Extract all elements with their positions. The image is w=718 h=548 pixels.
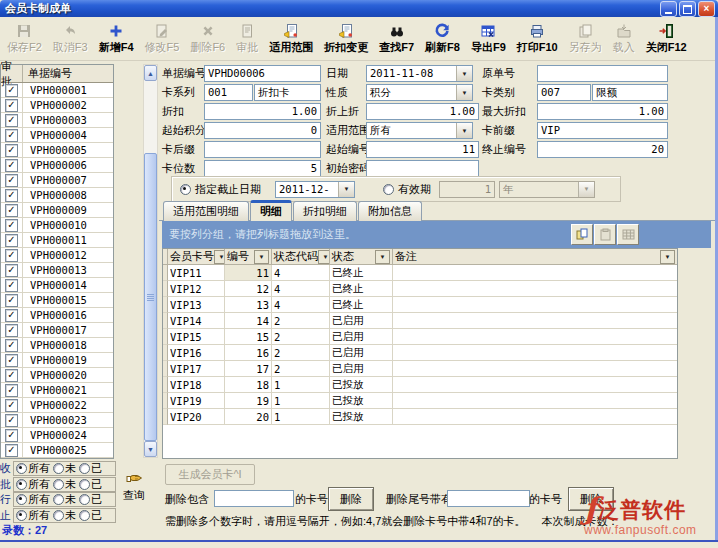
card-digits-field[interactable]: 5: [204, 160, 321, 177]
cell-status-code[interactable]: 4: [272, 281, 330, 297]
approve-checkbox[interactable]: ✓: [5, 204, 18, 217]
document-list-item[interactable]: ✓ VPH000023: [1, 413, 113, 428]
filter-done-radio[interactable]: [79, 494, 90, 505]
cell-card-no[interactable]: VIP14: [168, 313, 225, 329]
nature-combo[interactable]: 积分▼: [366, 84, 473, 101]
filter-dropdown-icon[interactable]: ▼: [214, 250, 225, 264]
grid-row[interactable]: VIP14 14 2 已启用: [163, 313, 677, 329]
cell-card-no[interactable]: VIP13: [168, 297, 225, 313]
document-list-item[interactable]: ✓ VPH000008: [1, 188, 113, 203]
approve-checkbox[interactable]: ✓: [5, 309, 18, 322]
end-no-field[interactable]: 20: [537, 141, 668, 158]
cell-status[interactable]: 已投放: [330, 393, 393, 409]
approve-checkbox[interactable]: ✓: [5, 99, 18, 112]
approve-checkbox[interactable]: ✓: [5, 174, 18, 187]
approve-checkbox[interactable]: ✓: [5, 414, 18, 427]
col-header-remark[interactable]: 备注▼: [393, 249, 677, 265]
document-list-item[interactable]: ✓ VPH000004: [1, 128, 113, 143]
cell-status[interactable]: 已启用: [330, 361, 393, 377]
approve-checkbox[interactable]: ✓: [5, 369, 18, 382]
cell-remark[interactable]: [393, 329, 677, 345]
toolbar-find-button[interactable]: 查找F7: [374, 20, 419, 56]
approve-checkbox[interactable]: ✓: [5, 429, 18, 442]
card-series-name-field[interactable]: 折扣卡: [254, 84, 321, 101]
grid-row[interactable]: VIP16 16 2 已启用: [163, 345, 677, 361]
document-list-item[interactable]: ✓ VPH000015: [1, 293, 113, 308]
scrollbar-thumb[interactable]: [144, 153, 157, 441]
tab-discount-detail[interactable]: 折扣明细: [293, 201, 357, 221]
cell-remark[interactable]: [393, 393, 677, 409]
toolbar-export-button[interactable]: 导出F9: [466, 20, 511, 56]
orig-no-field[interactable]: [537, 65, 668, 82]
document-list-item[interactable]: ✓ VPH000012: [1, 248, 113, 263]
document-list-item[interactable]: ✓ VPH000010: [1, 218, 113, 233]
cell-no[interactable]: 17: [225, 361, 272, 377]
cell-status-code[interactable]: 4: [272, 265, 330, 281]
cell-remark[interactable]: [393, 313, 677, 329]
toolbar-scope-button[interactable]: 适用范围: [264, 20, 318, 56]
card-prefix-field[interactable]: VIP: [537, 122, 668, 139]
document-list-item[interactable]: ✓ VPH000011: [1, 233, 113, 248]
cell-no[interactable]: 13: [225, 297, 272, 313]
cell-status[interactable]: 已启用: [330, 329, 393, 345]
cell-remark[interactable]: [393, 265, 677, 281]
approve-checkbox[interactable]: ✓: [5, 144, 18, 157]
doc-no-field[interactable]: VPHD00006: [204, 65, 321, 82]
scroll-up-icon[interactable]: ▲: [144, 65, 157, 81]
cell-status[interactable]: 已启用: [330, 313, 393, 329]
col-header-no[interactable]: 编号▼: [225, 249, 272, 265]
filter-not-radio[interactable]: [53, 479, 64, 490]
cell-card-no[interactable]: VIP17: [168, 361, 225, 377]
approve-checkbox[interactable]: ✓: [5, 444, 18, 457]
grid-row[interactable]: VIP19 19 1 已投放: [163, 393, 677, 409]
approve-checkbox[interactable]: ✓: [5, 384, 18, 397]
document-list-scrollbar[interactable]: ▲ ▼: [143, 64, 158, 458]
filter-not-radio[interactable]: [53, 510, 64, 521]
tab-extra-info[interactable]: 附加信息: [358, 201, 422, 221]
filter-done-radio[interactable]: [79, 479, 90, 490]
date-combo[interactable]: 2011-11-08▼: [366, 65, 473, 82]
cell-no[interactable]: 16: [225, 345, 272, 361]
toolbar-close-button[interactable]: 关闭F12: [641, 20, 692, 56]
approve-checkbox[interactable]: ✓: [5, 264, 18, 277]
document-list-item[interactable]: ✓ VPH000021: [1, 383, 113, 398]
approve-checkbox[interactable]: ✓: [5, 84, 18, 97]
filter-all-radio[interactable]: [16, 510, 27, 521]
approve-checkbox[interactable]: ✓: [5, 159, 18, 172]
cell-card-no[interactable]: VIP12: [168, 281, 225, 297]
copy-button[interactable]: [571, 224, 593, 245]
col-header-status-code[interactable]: 状态代码▼: [272, 249, 330, 265]
doc-no-column-header[interactable]: 单据编号: [23, 65, 113, 82]
cell-status-code[interactable]: 4: [272, 297, 330, 313]
cell-no[interactable]: 12: [225, 281, 272, 297]
approve-checkbox[interactable]: ✓: [5, 249, 18, 262]
approve-checkbox[interactable]: ✓: [5, 399, 18, 412]
approve-column-header[interactable]: 审批: [1, 65, 23, 82]
cell-status[interactable]: 已投放: [330, 377, 393, 393]
document-list-item[interactable]: ✓ VPH000006: [1, 158, 113, 173]
cell-status[interactable]: 已终止: [330, 297, 393, 313]
filter-all-radio[interactable]: [16, 479, 27, 490]
tab-scope-detail[interactable]: 适用范围明细: [163, 201, 249, 221]
document-list-item[interactable]: ✓ VPH000014: [1, 278, 113, 293]
query-button[interactable]: 查询: [117, 472, 151, 503]
card-type-code-field[interactable]: 007: [537, 84, 591, 101]
document-list-item[interactable]: ✓ VPH000016: [1, 308, 113, 323]
col-header-status[interactable]: 状态▼: [330, 249, 393, 265]
document-list-item[interactable]: ✓ VPH000019: [1, 353, 113, 368]
scope-combo[interactable]: 所有▼: [366, 122, 473, 139]
document-list-item[interactable]: ✓ VPH000022: [1, 398, 113, 413]
approve-checkbox[interactable]: ✓: [5, 339, 18, 352]
filter-dropdown-icon[interactable]: ▼: [375, 250, 390, 264]
cell-status[interactable]: 已终止: [330, 265, 393, 281]
cell-status-code[interactable]: 1: [272, 393, 330, 409]
scroll-down-icon[interactable]: ▼: [144, 441, 157, 457]
cell-no[interactable]: 19: [225, 393, 272, 409]
filter-dropdown-icon[interactable]: ▼: [318, 250, 330, 264]
cell-no[interactable]: 14: [225, 313, 272, 329]
approve-checkbox[interactable]: ✓: [5, 354, 18, 367]
document-list-item[interactable]: ✓ VPH000025: [1, 443, 113, 458]
document-list-item[interactable]: ✓ VPH000007: [1, 173, 113, 188]
cell-card-no[interactable]: VIP20: [168, 409, 225, 425]
cell-card-no[interactable]: VIP16: [168, 345, 225, 361]
